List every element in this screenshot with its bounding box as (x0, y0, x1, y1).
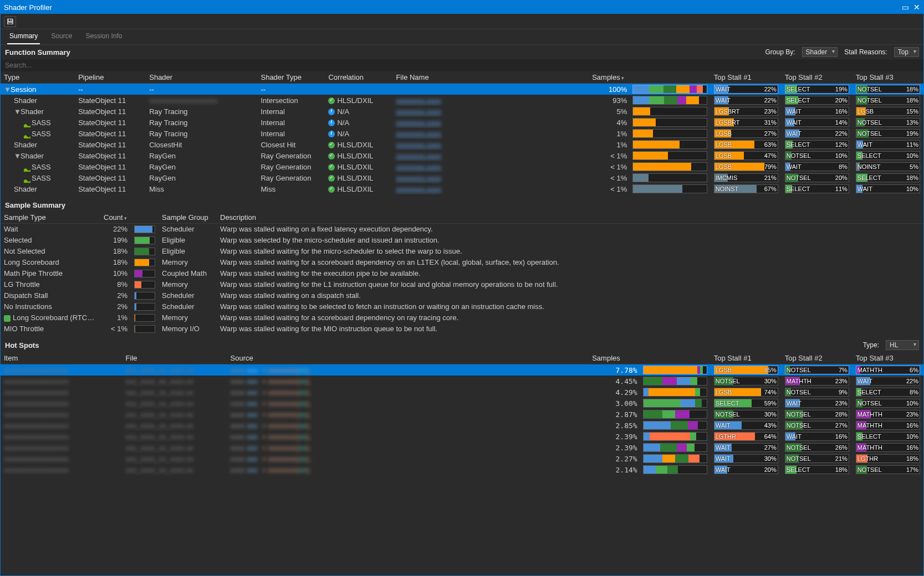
function-summary-header: Function Summary Group By: Shader Stall … (1, 45, 923, 59)
nvidia-icon (24, 132, 30, 136)
sample-col-1[interactable]: Count (100, 212, 131, 224)
func-row[interactable]: ShaderStateObject 11MissMissHLSL/DXILxxx… (1, 183, 923, 194)
func-col-8[interactable]: Top Stall #1 (711, 71, 782, 84)
sample-summary-title: Sample Summary (5, 201, 65, 209)
sample-col-0[interactable]: Sample Type (1, 212, 100, 224)
sample-summary-table: Sample TypeCountSample GroupDescription … (1, 212, 923, 335)
func-col-9[interactable]: Top Stall #2 (782, 71, 852, 84)
hotspot-row[interactable]: xxxxxxxxxxxxxxxxxxxxx_xxxx_xx_xxxx.xxxxx… (1, 453, 923, 464)
func-col-10[interactable]: Top Stall #3 (852, 71, 923, 84)
filename-link[interactable]: xxxxxxxx.xxxx (396, 107, 441, 116)
info-icon (328, 120, 335, 126)
hot-col-3[interactable]: Samples (589, 352, 639, 364)
expander-icon[interactable]: ▼ (14, 152, 19, 160)
func-row[interactable]: ▼ShaderStateObject 11RayGenRay Generatio… (1, 150, 923, 161)
hot-col-1[interactable]: File (122, 352, 227, 364)
hot-col-5[interactable]: Top Stall #1 (711, 352, 782, 364)
hotspot-row[interactable]: xxxxxxxxxxxxxxxxxxxxx_xxxx_xx_xxxx.xxxxx… (1, 420, 923, 431)
sample-col-3[interactable]: Sample Group (159, 212, 217, 224)
sample-col-4[interactable]: Description (217, 212, 923, 224)
hot-type-dropdown[interactable]: HL (886, 340, 919, 350)
hotspot-row[interactable]: xxxxxxxxxxxxxxxxxxxxx_xxxx_xx_xxxx.xxxxx… (1, 398, 923, 409)
sample-row[interactable]: Selected19%EligibleWarp was selected by … (1, 235, 923, 246)
info-icon (328, 109, 335, 115)
check-icon (328, 153, 335, 160)
hot-spots-title: Hot Spots (5, 341, 39, 349)
stall-reasons-dropdown[interactable]: Top (894, 47, 919, 57)
filename-link[interactable]: xxxxxxxx.xxxx (396, 130, 441, 138)
check-icon (328, 97, 335, 104)
stall-reasons-label: Stall Reasons: (844, 48, 887, 56)
nvidia-icon (24, 121, 30, 125)
filename-link[interactable]: xxxxxxxx.xxxx (396, 185, 441, 193)
hotspot-row[interactable]: xxxxxxxxxxxxxxxxxxxxx_xxxx_xx_xxxx.xxxxx… (1, 409, 923, 420)
hot-col-0[interactable]: Item (1, 352, 122, 364)
func-row[interactable]: SASSStateObject 11Ray TracingInternalN/A… (1, 117, 923, 128)
sample-row[interactable]: Dispatch Stall2%SchedulerWarp was stalle… (1, 290, 923, 301)
hot-col-6[interactable]: Top Stall #2 (782, 352, 852, 364)
hotspot-row[interactable]: xxxxxxxxxxxxxxxxxxxxx_xxxx_xx_xxxx.xxxxx… (1, 431, 923, 442)
filename-link[interactable]: xxxxxxxx.xxxx (396, 174, 441, 182)
hot-type-label: Type: (863, 341, 879, 349)
shield-icon (4, 315, 11, 322)
sample-row[interactable]: Long Scoreboard (RTCore)1%MemoryWarp was… (1, 312, 923, 323)
sample-row[interactable]: MIO Throttle< 1%Memory I/OWarp was stall… (1, 323, 923, 335)
filename-link[interactable]: xxxxxxxx.xxxx (396, 163, 441, 171)
expander-icon[interactable]: ▼ (14, 107, 19, 116)
func-row[interactable]: ShaderStateObject 11xxxxxxxxxxxxxxxxxxxI… (1, 95, 923, 106)
func-col-5[interactable]: File Name (392, 71, 589, 84)
sample-row[interactable]: Not Selected18%EligibleWarp was stalled … (1, 246, 923, 257)
sample-col-2[interactable] (131, 212, 159, 224)
hotspot-row[interactable]: xxxxxxxxxxxxxxxxxxxxx_xxxx_xx_xxxx.xxxxx… (1, 442, 923, 453)
nvidia-icon (24, 176, 30, 181)
func-row[interactable]: SASSStateObject 11RayGenRay GenerationHL… (1, 172, 923, 183)
sample-row[interactable]: Long Scoreboard18%MemoryWarp was stalled… (1, 257, 923, 268)
func-row[interactable]: SASSStateObject 11RayGenRay GenerationHL… (1, 161, 923, 172)
group-by-dropdown[interactable]: Shader (802, 47, 838, 57)
sample-row[interactable]: Math Pipe Throttle10%Coupled MathWarp wa… (1, 268, 923, 279)
func-col-4[interactable]: Correlation (325, 71, 392, 84)
tab-session-info[interactable]: Session Info (83, 30, 124, 44)
hotspot-row[interactable]: xxxxxxxxxxxxxxxxxxxxx_xxxx_xx_xxxx.xxxxx… (1, 364, 923, 376)
sample-row[interactable]: Wait22%SchedulerWarp was stalled waiting… (1, 224, 923, 235)
func-row[interactable]: ShaderStateObject 11ClosestHitClosest Hi… (1, 139, 923, 150)
filename-link[interactable]: xxxxxxxx.xxxx (396, 96, 441, 105)
func-row[interactable]: ▼ShaderStateObject 11Ray TracingInternal… (1, 106, 923, 117)
filename-link[interactable]: xxxxxxxx.xxxx (396, 141, 441, 149)
sample-summary-header: Sample Summary (1, 199, 923, 212)
close-icon[interactable]: ✕ (913, 3, 920, 12)
save-icon[interactable]: 💾︎ (4, 16, 16, 27)
window-titlebar[interactable]: Shader Profiler ▭ ✕ (1, 1, 923, 14)
hotspot-row[interactable]: xxxxxxxxxxxxxxxxxxxxx_xxxx_xx_xxxx.xxxxx… (1, 376, 923, 387)
info-icon (328, 131, 335, 137)
func-col-2[interactable]: Shader (146, 71, 257, 84)
main-tabs: SummarySourceSession Info (1, 29, 923, 45)
hot-col-7[interactable]: Top Stall #3 (852, 352, 923, 364)
func-col-3[interactable]: Shader Type (257, 71, 325, 84)
sample-row[interactable]: LG Throttle8%MemoryWarp was stalled wait… (1, 279, 923, 290)
func-col-0[interactable]: Type (1, 71, 75, 84)
tab-summary[interactable]: Summary (7, 30, 40, 44)
func-col-1[interactable]: Pipeline (75, 71, 146, 84)
sample-row[interactable]: No Instructions2%SchedulerWarp was stall… (1, 301, 923, 312)
function-summary-table: TypePipelineShaderShader TypeCorrelation… (1, 71, 923, 194)
func-row[interactable]: SASSStateObject 11Ray TracingInternalN/A… (1, 128, 923, 139)
check-icon (328, 186, 335, 193)
hot-col-2[interactable]: Source (227, 352, 589, 364)
hot-spots-table: ItemFileSourceSamplesTop Stall #1Top Sta… (1, 352, 923, 475)
filename-link[interactable]: xxxxxxxx.xxxx (396, 119, 441, 127)
tab-source[interactable]: Source (49, 30, 74, 44)
func-row[interactable]: ▼Session------100%WAIT22%SELECT19%NOTSEL… (1, 84, 923, 95)
hotspot-row[interactable]: xxxxxxxxxxxxxxxxxxxxx_xxxx_xx_xxxx.xxxxx… (1, 464, 923, 475)
filename-link[interactable]: xxxxxxxx.xxxx (396, 152, 441, 160)
func-col-7[interactable] (629, 71, 710, 84)
hotspot-row[interactable]: xxxxxxxxxxxxxxxxxxxxx_xxxx_xx_xxxx.xxxxx… (1, 387, 923, 398)
maximize-icon[interactable]: ▭ (902, 3, 909, 12)
func-col-6[interactable]: Samples (589, 71, 629, 84)
search-input[interactable] (1, 59, 923, 71)
check-icon (328, 175, 335, 182)
hot-col-4[interactable] (640, 352, 711, 364)
group-by-label: Group By: (765, 48, 795, 56)
expander-icon[interactable]: ▼ (4, 85, 9, 94)
check-icon (328, 142, 335, 148)
